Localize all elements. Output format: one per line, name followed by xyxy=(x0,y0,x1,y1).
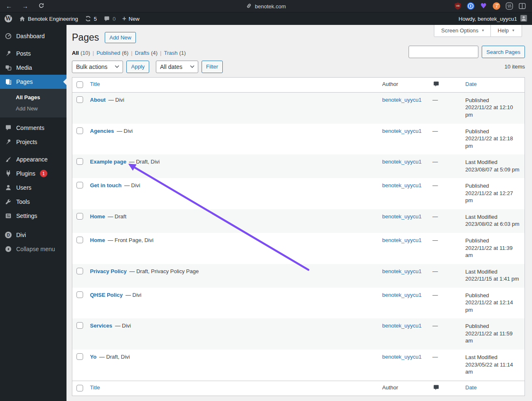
sidebar-item-comments[interactable]: Comments xyxy=(0,121,66,135)
help-tab[interactable]: Help ▼ xyxy=(490,25,522,37)
media-icon xyxy=(4,64,12,71)
sidebar-item-add-new[interactable]: Add New xyxy=(0,103,66,114)
collapse-menu-button[interactable]: Collapse menu xyxy=(0,242,66,256)
split-view-icon[interactable] xyxy=(518,2,526,10)
author-link[interactable]: benotek_uyycu1 xyxy=(382,128,422,134)
sidebar-item-label: Plugins xyxy=(16,170,35,177)
row-checkbox[interactable] xyxy=(76,291,83,298)
page-title-link[interactable]: About xyxy=(90,97,106,103)
sidebar-item-tools[interactable]: Tools xyxy=(0,195,66,209)
sidebar-item-label: Tools xyxy=(16,198,30,205)
add-new-button[interactable]: Add New xyxy=(105,32,136,43)
back-icon[interactable]: ← xyxy=(6,3,12,9)
page-title-link[interactable]: QHSE Policy xyxy=(90,292,123,298)
author-link[interactable]: benotek_uyycu1 xyxy=(382,323,422,329)
search-input[interactable] xyxy=(409,46,478,58)
sidebar-item-projects[interactable]: Projects xyxy=(0,135,66,149)
filter-all[interactable]: All (10) xyxy=(72,50,90,56)
page-title-link[interactable]: Yo xyxy=(90,354,97,360)
author-link[interactable]: benotek_uyycu1 xyxy=(382,159,422,165)
sidebar-item-media[interactable]: Media xyxy=(0,61,66,75)
sidebar-item-label: Projects xyxy=(16,139,37,145)
author-link[interactable]: benotek_uyycu1 xyxy=(382,213,422,220)
date-status: Published xyxy=(466,323,521,330)
page-state-label: — Divi xyxy=(117,128,133,134)
sidebar-item-divi[interactable]: D Divi xyxy=(0,228,66,242)
sidebar-item-pages[interactable]: Pages xyxy=(0,75,66,89)
author-link[interactable]: benotek_uyycu1 xyxy=(382,182,422,188)
table-row: Services — Divi benotek_uyycu1 — Publish… xyxy=(72,318,525,350)
row-checkbox[interactable] xyxy=(76,213,83,220)
comments-link[interactable]: 0 xyxy=(103,16,116,22)
heart-extension-icon[interactable]: ♥ xyxy=(479,2,488,10)
page-title-link[interactable]: Home xyxy=(90,213,105,220)
sidebar-item-all-pages[interactable]: All Pages xyxy=(0,92,66,103)
sidebar-item-posts[interactable]: Posts xyxy=(0,46,66,61)
items-count: 10 items xyxy=(505,64,525,70)
site-name-link[interactable]: Benotek Engineering xyxy=(19,16,78,22)
sidebar-item-dashboard[interactable]: Dashboard xyxy=(0,29,66,43)
t-extension-icon[interactable]: T xyxy=(492,2,500,10)
bulk-actions-select[interactable]: Bulk actions xyxy=(72,61,123,73)
svg-text:UD: UD xyxy=(456,5,459,7)
filter-published[interactable]: Published (6) xyxy=(96,50,128,56)
avatar[interactable] xyxy=(520,15,527,23)
address-bar[interactable]: benotek.com xyxy=(0,0,532,12)
sort-by-title-link[interactable]: Title xyxy=(90,384,100,391)
page-title-link[interactable]: Services xyxy=(90,323,113,329)
filter-button[interactable]: Filter xyxy=(202,61,223,73)
row-checkbox[interactable] xyxy=(76,127,83,134)
page-title-link[interactable]: Agencies xyxy=(90,128,114,134)
page-title-link[interactable]: Home xyxy=(90,237,105,243)
date-status: Published xyxy=(466,128,521,135)
page-state-label: — Draft, Divi xyxy=(99,354,130,360)
extensions-panel-icon[interactable] xyxy=(505,2,513,10)
author-link[interactable]: benotek_uyycu1 xyxy=(382,237,422,243)
sort-by-date-link[interactable]: Date xyxy=(466,384,477,391)
select-all-checkbox[interactable] xyxy=(76,385,83,391)
comments-value: — xyxy=(433,354,438,360)
row-checkbox[interactable] xyxy=(76,268,83,274)
page-title-link[interactable]: Example page xyxy=(90,159,126,165)
search-pages-button[interactable]: Search Pages xyxy=(482,46,525,58)
row-checkbox[interactable] xyxy=(76,353,83,360)
filter-drafts[interactable]: Drafts (4) xyxy=(135,50,158,56)
table-row: Agencies — Divi benotek_uyycu1 — Publish… xyxy=(72,124,525,155)
table-header-row: Title Author Date xyxy=(72,77,525,92)
row-checkbox[interactable] xyxy=(76,237,83,243)
row-checkbox[interactable] xyxy=(76,158,83,165)
reload-icon[interactable] xyxy=(38,2,44,10)
howdy-account-link[interactable]: Howdy, benotek_uyycu1 xyxy=(458,16,517,22)
onepassword-extension-icon[interactable] xyxy=(466,2,475,10)
page-title-link[interactable]: Privacy Policy xyxy=(90,268,127,274)
updates-link[interactable]: 5 xyxy=(85,15,97,22)
row-checkbox[interactable] xyxy=(76,322,83,329)
date-filter-select[interactable]: All dates xyxy=(156,61,198,73)
sidebar-item-plugins[interactable]: Plugins 1 xyxy=(0,166,66,181)
select-all-checkbox[interactable] xyxy=(76,81,83,88)
sort-by-date-link[interactable]: Date xyxy=(466,81,477,87)
apply-button[interactable]: Apply xyxy=(126,61,149,73)
shield-extension-icon[interactable]: UD xyxy=(453,2,462,10)
author-link[interactable]: benotek_uyycu1 xyxy=(382,354,422,360)
sidebar-item-users[interactable]: Users xyxy=(0,181,66,195)
screen-options-tab[interactable]: Screen Options ▼ xyxy=(434,25,492,37)
row-checkbox[interactable] xyxy=(76,96,83,103)
comments-count: 0 xyxy=(113,16,116,22)
comments-value: — xyxy=(433,323,438,329)
author-link[interactable]: benotek_uyycu1 xyxy=(382,97,422,103)
row-checkbox[interactable] xyxy=(76,182,83,188)
author-link[interactable]: benotek_uyycu1 xyxy=(382,292,422,298)
new-content-link[interactable]: + New xyxy=(122,15,139,22)
wordpress-logo-icon[interactable]: W xyxy=(4,15,12,23)
sidebar-item-settings[interactable]: Settings xyxy=(0,209,66,223)
page-state-label: — Divi xyxy=(124,182,140,188)
help-label: Help xyxy=(498,27,509,34)
sidebar-item-appearance[interactable]: Appearance xyxy=(0,152,66,166)
filter-trash[interactable]: Trash (1) xyxy=(164,50,186,56)
author-link[interactable]: benotek_uyycu1 xyxy=(382,268,422,274)
sort-by-title-link[interactable]: Title xyxy=(90,81,100,87)
forward-icon[interactable]: → xyxy=(22,3,28,9)
new-label: New xyxy=(129,16,140,22)
page-title-link[interactable]: Get in touch xyxy=(90,182,122,188)
